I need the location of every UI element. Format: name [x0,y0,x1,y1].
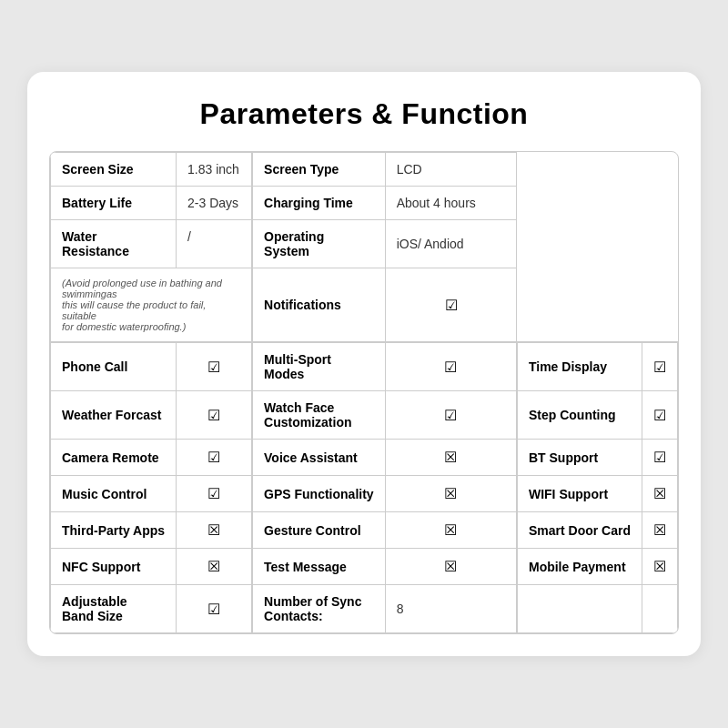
voice-assistant-check [385,440,517,476]
third-party-label: Third-Party Apps [51,512,177,549]
bt-support-check [642,440,678,476]
camera-remote-check [177,440,253,476]
step-counting-check-icon [653,409,666,423]
third-party-check [177,512,253,549]
feature-row-6: NFC Support Test Message Mobile Payment [51,549,678,585]
phone-call-check-icon [207,360,220,375]
spec-row-note: (Avoid prolonged use in bathing and swim… [51,268,678,343]
spec-row-water: WaterResistance / OperatingSystem iOS/ A… [51,220,678,268]
step-counting-check [642,391,678,440]
watch-face-label: Watch FaceCustomization [252,391,385,440]
smart-door-x-icon [653,523,666,538]
time-display-check [642,342,678,391]
battery-life-value: 2-3 Days [177,187,253,220]
mobile-payment-x-icon [653,560,666,574]
water-resistance-label: WaterResistance [51,220,177,268]
feature-row-4: Music Control GPS Functionality WIFI Sup… [51,476,678,512]
feature-row-5: Third-Party Apps Gesture Control Smart D… [51,512,678,549]
empty-cell-2 [642,585,678,633]
multi-sport-check-icon [444,360,457,375]
adjustable-band-check-icon [207,602,220,617]
os-value: iOS/ Andiod [385,220,517,268]
watch-face-check-icon [444,409,457,423]
empty-cell-1 [517,585,642,633]
mobile-payment-check [642,549,678,585]
charging-time-label: Charging Time [252,187,385,220]
gesture-x-icon [444,523,457,538]
adjustable-band-label: AdjustableBand Size [51,585,177,633]
gesture-check [385,512,517,549]
page-title: Parameters & Function [49,97,679,131]
multi-sport-label: Multi-SportModes [252,342,385,391]
step-counting-label: Step Counting [517,391,642,440]
voice-assistant-label: Voice Assistant [252,440,385,476]
bt-support-check-icon [653,450,666,465]
music-control-check [177,476,253,512]
mobile-payment-label: Mobile Payment [517,549,642,585]
wifi-support-label: WIFI Support [517,476,642,512]
battery-life-label: Battery Life [51,187,177,220]
test-message-x-icon [444,560,457,574]
os-label: OperatingSystem [252,220,385,268]
spec-row-screen: Screen Size 1.83 inch Screen Type LCD [51,153,678,187]
third-party-x-icon [207,523,220,538]
voice-assistant-x-icon [444,450,457,465]
sync-contacts-value: 8 [385,585,517,633]
phone-call-label: Phone Call [51,342,177,391]
camera-remote-check-icon [207,450,220,465]
time-display-label: Time Display [517,342,642,391]
test-message-label: Test Message [252,549,385,585]
music-control-check-icon [207,487,220,501]
phone-call-check [177,342,253,391]
spec-row-battery: Battery Life 2-3 Days Charging Time Abou… [51,187,678,220]
time-display-check-icon [653,360,666,375]
test-message-check [385,549,517,585]
notifications-label: Notifications [252,268,385,343]
feature-row-7: AdjustableBand Size Number of SyncContac… [51,585,678,633]
notifications-value [385,268,517,343]
wifi-support-check [642,476,678,512]
screen-type-value: LCD [385,153,517,187]
adjustable-band-check [177,585,253,633]
screen-size-value: 1.83 inch [177,153,253,187]
nfc-x-icon [207,560,220,574]
water-resistance-value: / [177,220,253,268]
nfc-support-label: NFC Support [51,549,177,585]
smart-door-label: Smart Door Card [517,512,642,549]
feature-row-2: Weather Forcast Watch FaceCustomization … [51,391,678,440]
gps-check [385,476,517,512]
gps-label: GPS Functionality [252,476,385,512]
weather-check-icon [207,409,220,423]
wifi-x-icon [653,487,666,501]
nfc-support-check [177,549,253,585]
weather-label: Weather Forcast [51,391,177,440]
multi-sport-check [385,342,517,391]
weather-check [177,391,253,440]
water-note: (Avoid prolonged use in bathing and swim… [51,268,253,343]
sync-contacts-label: Number of SyncContacts: [252,585,385,633]
charging-time-value: About 4 hours [385,187,517,220]
feature-row-3: Camera Remote Voice Assistant BT Support [51,440,678,476]
card: Parameters & Function Screen Size 1.83 i… [27,72,701,656]
screen-size-label: Screen Size [51,153,177,187]
camera-remote-label: Camera Remote [51,440,177,476]
gesture-label: Gesture Control [252,512,385,549]
feature-row-1: Phone Call Multi-SportModes Time Display [51,342,678,391]
watch-face-check [385,391,517,440]
params-table: Screen Size 1.83 inch Screen Type LCD Ba… [49,151,679,634]
gps-x-icon [444,487,457,501]
music-control-label: Music Control [51,476,177,512]
notifications-check-icon [445,298,458,313]
screen-type-label: Screen Type [252,153,385,187]
smart-door-check [642,512,678,549]
bt-support-label: BT Support [517,440,642,476]
